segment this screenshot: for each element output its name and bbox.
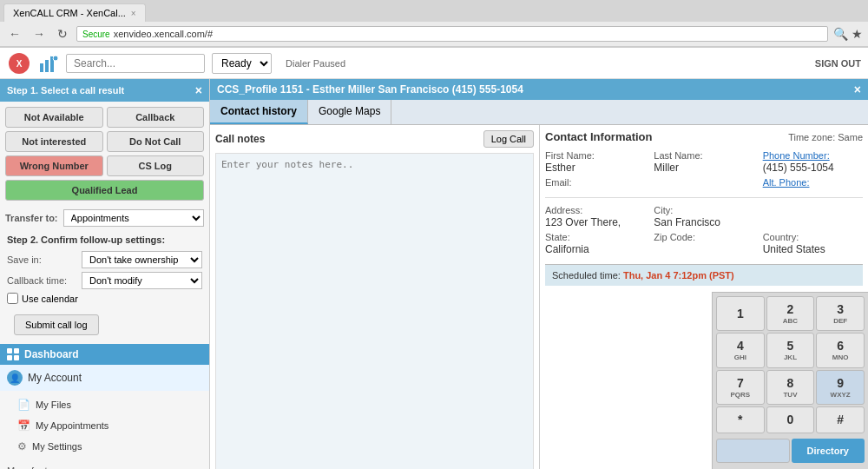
save-in-row: Save in: Don't take ownership [0, 249, 209, 270]
my-files-label: My Files [36, 400, 71, 410]
dial-5[interactable]: 5JKL [766, 333, 815, 367]
dial-hash[interactable]: # [816, 406, 865, 433]
transfer-row: Transfer to: Appointments [0, 206, 209, 230]
dial-star[interactable]: * [716, 406, 765, 433]
save-in-select[interactable]: Don't take ownership [82, 251, 202, 268]
dial-0[interactable]: 0 [766, 406, 815, 433]
submit-call-log-btn[interactable]: Submit call log [14, 314, 99, 335]
browser-star[interactable]: ★ [852, 27, 863, 41]
dial-4[interactable]: 4GHI [716, 333, 765, 367]
profile-bar: CCS_Profile 1151 - Esther Miller San Fra… [210, 79, 868, 100]
right-panel: CCS_Profile 1151 - Esther Miller San Fra… [210, 79, 868, 469]
cs-log-btn[interactable]: CS Log [107, 155, 205, 176]
use-calendar-label: Use calendar [22, 294, 78, 304]
dial-7[interactable]: 7PQRS [716, 370, 765, 405]
svg-rect-3 [45, 60, 49, 72]
back-btn[interactable]: ← [5, 25, 24, 43]
step1-close-btn[interactable]: × [195, 83, 202, 97]
alt-phone-label[interactable]: Alt. Phone: [763, 177, 863, 188]
timezone-label: Time zone: Same [788, 132, 863, 142]
divider [545, 197, 863, 198]
phone-item: Phone Number: (415) 555-1054 [763, 150, 863, 174]
directory-btn[interactable]: Directory [792, 439, 865, 463]
my-files-item[interactable]: 📄 My Files [0, 394, 209, 415]
dial-action-1[interactable] [716, 439, 790, 463]
city-label: City: [654, 205, 753, 215]
transfer-select[interactable]: Appointments [63, 209, 204, 227]
zip-label: Zip Code: [654, 232, 753, 242]
alt-phone-label-item: Alt. Phone: [763, 177, 863, 188]
country-label: Country: [763, 232, 863, 242]
my-account-row[interactable]: 👤 My Account [0, 365, 209, 391]
phone-label[interactable]: Phone Number: [763, 150, 863, 161]
step2-header: Step 2. Confirm follow-up settings: [0, 230, 209, 249]
content-tabs: Contact history Google Maps [210, 100, 868, 125]
do-not-call-btn[interactable]: Do Not Call [107, 131, 205, 152]
sub-menu: 📄 My Files 📅 My Appointments ⚙ My Settin… [0, 391, 209, 460]
browser-minimize[interactable]: 🔍 [833, 27, 848, 41]
svg-rect-10 [14, 355, 19, 360]
email-label: Email: [545, 177, 645, 188]
dashboard-icon [7, 348, 19, 360]
dial-3[interactable]: 3DEF [816, 296, 865, 331]
use-calendar-checkbox[interactable] [7, 293, 18, 304]
tab-contact-history[interactable]: Contact history [210, 100, 308, 124]
qualified-lead-btn[interactable]: Qualified Lead [5, 180, 204, 201]
browser-tab[interactable]: XenCALL CRM - XenCal... × [3, 3, 146, 22]
dashboard-title: Dashboard [24, 348, 79, 360]
use-calendar-row: Use calendar [0, 291, 209, 306]
step2-title: Step 2. Confirm follow-up settings: [7, 234, 165, 245]
my-appointments-label: My Appointments [36, 420, 108, 431]
last-name-label: Last Name: [654, 150, 753, 161]
my-account-label: My Account [28, 372, 82, 384]
contact-info-title: Contact Information [545, 130, 653, 143]
notes-title: Call notes [215, 133, 265, 145]
notes-header: Call notes Log Call [215, 130, 534, 148]
dial-8[interactable]: 8TUV [766, 370, 815, 405]
my-appointments-item[interactable]: 📅 My Appointments [0, 415, 209, 436]
status-select[interactable]: Ready [212, 53, 272, 74]
dialpad-grid: 1 2ABC 3DEF 4GHI 5JKL 6MNO 7PQRS 8TUV 9W… [713, 293, 868, 437]
forward-btn[interactable]: → [30, 25, 49, 43]
address-item: Address: 123 Over There, [545, 205, 645, 228]
tab-close-btn[interactable]: × [131, 9, 136, 18]
notes-textarea[interactable] [215, 153, 534, 469]
dial-1[interactable]: 1 [716, 296, 765, 331]
phone-value: (415) 555-1054 [763, 162, 863, 174]
dialpad-footer: Number to dial: [713, 465, 868, 469]
dial-9[interactable]: 9WXYZ [816, 370, 865, 405]
dial-2[interactable]: 2ABC [766, 296, 815, 331]
first-name-value: Esther [545, 162, 645, 174]
not-available-btn[interactable]: Not Available [5, 107, 103, 128]
tab-title: XenCALL CRM - XenCal... [13, 8, 126, 18]
more-features-link[interactable]: More features [0, 460, 209, 469]
address-grid: Address: 123 Over There, City: San Franc… [545, 205, 863, 255]
left-panel: Step 1. Select a call result × Not Avail… [0, 79, 210, 469]
city-value: San Francisco [654, 216, 753, 228]
profile-close-btn[interactable]: × [854, 83, 861, 96]
my-settings-item[interactable]: ⚙ My Settings [0, 436, 209, 457]
log-call-btn[interactable]: Log Call [483, 130, 534, 148]
scheduled-label: Scheduled time: [552, 270, 621, 281]
account-icon: 👤 [7, 370, 23, 386]
dial-6[interactable]: 6MNO [816, 333, 865, 367]
tab-google-maps[interactable]: Google Maps [308, 100, 391, 124]
address-label: Address: [545, 205, 645, 215]
search-input[interactable] [66, 54, 205, 73]
address-bar[interactable]: Secure xenvideo.xencall.com/# [76, 26, 828, 42]
wrong-number-btn[interactable]: Wrong Number [5, 155, 103, 176]
callback-btn[interactable]: Callback [107, 107, 205, 128]
city-item: City: San Francisco [654, 205, 753, 228]
tab-contact-history-label: Contact history [220, 105, 297, 117]
browser-chrome: XenCALL CRM - XenCal... × ← → ↻ Secure x… [0, 0, 868, 48]
not-interested-btn[interactable]: Not interested [5, 131, 103, 152]
sign-out-btn[interactable]: SIGN OUT [815, 58, 861, 69]
browser-actions: 🔍 ★ [833, 27, 863, 41]
callback-time-select[interactable]: Don't modify [82, 272, 202, 289]
refresh-btn[interactable]: ↻ [54, 25, 71, 43]
svg-rect-2 [40, 63, 43, 72]
state-value: California [545, 243, 645, 255]
app-toolbar: X Ready Dialer Paused SIGN OUT [0, 48, 868, 79]
first-name-label: First Name: [545, 150, 645, 161]
last-name-item: Last Name: Miller [654, 150, 753, 174]
